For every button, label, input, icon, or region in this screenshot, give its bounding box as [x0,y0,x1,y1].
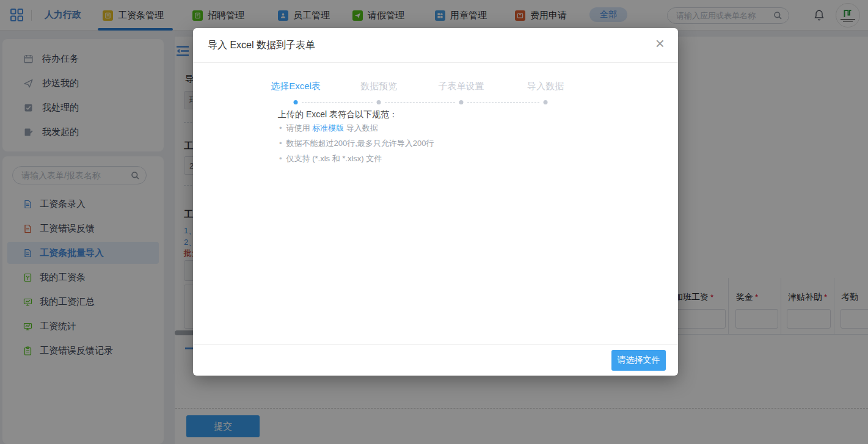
step-connector [302,102,373,103]
page: 人力行政 工资条管理 招聘管理 员工管理 请假管理 用章管理 费用申请 全部 [0,0,868,444]
step-connector [467,102,539,103]
upload-rule-template: 请使用 标准模版 导入数据 [279,123,378,134]
step-dot-1 [294,100,298,104]
modal-footer-divider [193,344,678,345]
close-icon[interactable]: × [655,35,665,51]
step-select-excel: 选择Excel表 [271,81,321,92]
step-subform-settings: 子表单设置 [439,81,484,92]
choose-file-button[interactable]: 请选择文件 [611,350,666,371]
modal-header: 导入 Excel 数据到子表单 × [193,28,678,63]
upload-rule-rows: 数据不能超过200行,最多只允许导入200行 [279,138,434,149]
upload-rule-filetype: 仅支持 (*.xls 和 *.xlsx) 文件 [279,153,382,164]
step-connector [385,102,455,103]
step-dot-4 [544,100,548,104]
step-dot-3 [459,100,464,104]
step-data-preview: 数据预览 [360,81,397,92]
step-import-data: 导入数据 [527,81,564,92]
import-excel-modal: 导入 Excel 数据到子表单 × 选择Excel表 数据预览 子表单设置 导入… [193,28,678,376]
step-dot-2 [377,100,381,104]
standard-template-link[interactable]: 标准模版 [312,123,344,133]
upload-rules-title: 上传的 Excel 表符合以下规范： [278,109,398,120]
modal-title: 导入 Excel 数据到子表单 [208,39,315,52]
